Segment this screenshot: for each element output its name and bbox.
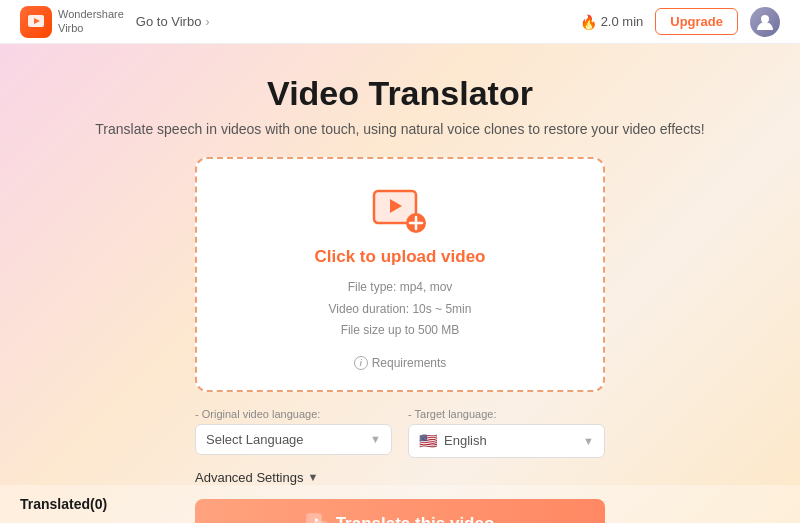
requirements-icon: i xyxy=(354,356,368,370)
logo-text: Wondershare Virbo xyxy=(58,8,124,34)
goto-virbo-label: Go to Virbo xyxy=(136,14,202,29)
target-lang-group: - Target language: 🇺🇸 English ▼ xyxy=(408,408,605,458)
original-lang-label: - Original video language: xyxy=(195,408,392,420)
logo: Wondershare Virbo xyxy=(20,6,124,38)
header: Wondershare Virbo Go to Virbo › 🔥 2.0 mi… xyxy=(0,0,800,44)
duration-info: Video duration: 10s ~ 5min xyxy=(329,302,472,316)
svg-point-2 xyxy=(761,15,769,23)
file-type-info: File type: mp4, mov xyxy=(348,280,453,294)
target-lang-flag: 🇺🇸 xyxy=(419,432,438,450)
page-subtitle: Translate speech in videos with one touc… xyxy=(95,121,704,137)
header-right: 🔥 2.0 min Upgrade xyxy=(580,7,780,37)
upload-box[interactable]: Click to upload video File type: mp4, mo… xyxy=(195,157,605,392)
original-lang-value: Select Language xyxy=(206,432,304,447)
advanced-settings-label: Advanced Settings xyxy=(195,470,303,485)
language-row: - Original video language: Select Langua… xyxy=(195,408,605,458)
translated-label: Translated(0) xyxy=(20,496,107,512)
goto-virbo-link[interactable]: Go to Virbo › xyxy=(136,14,210,29)
upload-label: Click to upload video xyxy=(315,247,486,267)
target-lang-value: English xyxy=(444,433,487,448)
target-lang-chevron-icon: ▼ xyxy=(583,435,594,447)
minutes-value: 2.0 min xyxy=(601,14,644,29)
upload-info: File type: mp4, mov Video duration: 10s … xyxy=(329,277,472,342)
target-lang-select[interactable]: 🇺🇸 English ▼ xyxy=(408,424,605,458)
upgrade-button[interactable]: Upgrade xyxy=(655,8,738,35)
bottom-section: Translated(0) xyxy=(0,485,800,523)
target-lang-left: 🇺🇸 English xyxy=(419,432,487,450)
original-lang-select[interactable]: Select Language ▼ xyxy=(195,424,392,455)
upload-icon-container xyxy=(372,187,428,235)
target-lang-label: - Target language: xyxy=(408,408,605,420)
logo-line2: Virbo xyxy=(58,22,124,35)
advanced-settings-chevron-icon: ▼ xyxy=(307,471,318,483)
minutes-badge: 🔥 2.0 min xyxy=(580,14,644,30)
original-lang-group: - Original video language: Select Langua… xyxy=(195,408,392,458)
logo-line1: Wondershare xyxy=(58,8,124,21)
main-content: Video Translator Translate speech in vid… xyxy=(0,44,800,523)
header-left: Wondershare Virbo Go to Virbo › xyxy=(20,6,209,38)
avatar[interactable] xyxy=(750,7,780,37)
logo-icon xyxy=(20,6,52,38)
fire-icon: 🔥 xyxy=(580,14,597,30)
requirements-label: Requirements xyxy=(372,356,447,370)
page-title: Video Translator xyxy=(267,74,533,113)
original-lang-chevron-icon: ▼ xyxy=(370,433,381,445)
goto-virbo-chevron-icon: › xyxy=(205,15,209,29)
file-size-info: File size up to 500 MB xyxy=(341,323,460,337)
advanced-settings[interactable]: Advanced Settings ▼ xyxy=(195,470,605,485)
requirements-link[interactable]: i Requirements xyxy=(354,356,447,370)
